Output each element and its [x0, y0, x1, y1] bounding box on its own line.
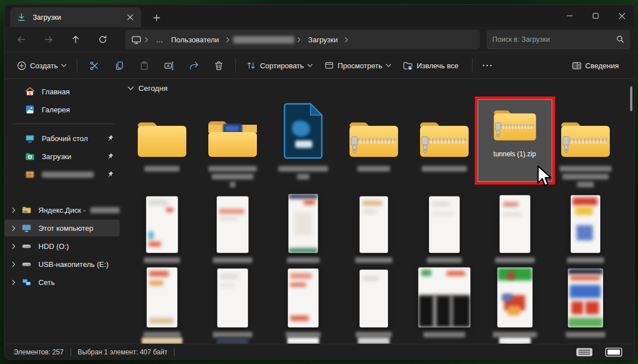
this-pc-icon[interactable]: [131, 34, 142, 45]
file-item[interactable]: [409, 265, 479, 344]
thumbnail-image: [146, 196, 178, 253]
details-view-toggle[interactable]: [573, 347, 596, 358]
chevron-down-icon: [61, 63, 67, 68]
file-item[interactable]: [126, 191, 197, 265]
scrollbar-thumb[interactable]: [630, 86, 632, 111]
breadcrumb-users[interactable]: Пользователи: [167, 33, 223, 46]
file-grid-row: tunnels (1).zip: [126, 99, 620, 190]
file-item-partial[interactable]: [126, 337, 197, 344]
sidebar-item-home[interactable]: Главная: [5, 83, 120, 100]
file-item[interactable]: [550, 99, 620, 190]
empty-cell: [409, 337, 479, 344]
tab-downloads[interactable]: Загрузки: [10, 7, 141, 27]
file-item-partial[interactable]: [268, 337, 338, 344]
close-button[interactable]: [609, 5, 635, 27]
chevron-right-icon[interactable]: [11, 261, 19, 267]
extract-all-button[interactable]: Извлечь все: [397, 55, 467, 76]
file-item[interactable]: [268, 191, 338, 265]
back-button[interactable]: [10, 30, 33, 49]
selected-file-name: tunnels (1).zip: [493, 150, 536, 158]
file-item-partial[interactable]: [338, 337, 409, 344]
file-item[interactable]: [550, 191, 620, 265]
file-name-blurred: [495, 257, 535, 265]
file-item[interactable]: [126, 99, 197, 190]
maximize-button[interactable]: [583, 5, 609, 27]
minimize-button[interactable]: [557, 5, 583, 27]
search-placeholder: Поиск в: Загрузки: [492, 36, 616, 43]
file-item[interactable]: [268, 265, 338, 344]
more-options-button[interactable]: [477, 55, 497, 76]
sidebar-item-yandex-disk[interactable]: Яндекс.Диск -: [5, 201, 120, 218]
forward-button[interactable]: [37, 30, 60, 49]
sidebar-item-hdd[interactable]: HDD (O:): [5, 238, 120, 255]
file-name-blurred: [144, 257, 180, 265]
chevron-right-icon: [223, 37, 233, 43]
file-item-partial[interactable]: [197, 337, 268, 344]
search-input[interactable]: Поиск в: Загрузки: [487, 30, 630, 49]
paste-button[interactable]: [132, 55, 156, 76]
vertical-scrollbar[interactable]: [630, 86, 633, 335]
zip-icon: [417, 117, 472, 161]
chevron-right-icon[interactable]: [11, 225, 19, 231]
home-icon: [25, 86, 35, 97]
sidebar-item-blurred-folder[interactable]: [5, 166, 120, 183]
sort-button[interactable]: Сортировать: [241, 55, 318, 76]
new-tab-button[interactable]: [149, 10, 164, 25]
thumbnail-image: [360, 196, 388, 253]
file-item[interactable]: [338, 191, 409, 265]
share-button[interactable]: [181, 55, 206, 76]
file-item-partial[interactable]: [479, 337, 550, 344]
computer-icon: [21, 223, 32, 233]
file-item[interactable]: [338, 265, 409, 344]
file-item[interactable]: [550, 265, 620, 344]
breadcrumb[interactable]: … Пользователи Загрузки: [125, 30, 480, 49]
selected-file-tunnels-zip[interactable]: tunnels (1).zip: [478, 99, 552, 182]
rename-button[interactable]: A: [156, 55, 181, 76]
yandex-disk-icon: [21, 205, 32, 215]
cut-button[interactable]: [82, 55, 107, 76]
copy-button[interactable]: [107, 55, 132, 76]
file-item[interactable]: [479, 191, 550, 265]
chevron-right-icon[interactable]: [11, 243, 19, 249]
sidebar-item-this-pc[interactable]: Этот компьютер: [5, 220, 120, 236]
up-button[interactable]: [64, 30, 87, 49]
extract-icon: [403, 60, 413, 71]
tab-close-icon[interactable]: [123, 11, 137, 24]
details-pane-button[interactable]: Сведения: [566, 55, 628, 76]
file-item[interactable]: [126, 265, 197, 344]
breadcrumb-downloads[interactable]: Загрузки: [304, 33, 342, 46]
chevron-right-icon[interactable]: [11, 207, 19, 213]
chevron-right-icon[interactable]: [11, 279, 19, 286]
download-tab-icon: [17, 13, 26, 22]
sidebar-item-usb[interactable]: USB-накопитель (E:): [5, 256, 120, 273]
file-name-blurred: [567, 257, 604, 265]
group-header-today[interactable]: Сегодня: [128, 84, 168, 93]
file-item[interactable]: [197, 265, 268, 344]
file-item[interactable]: [197, 191, 268, 265]
file-item[interactable]: tunnels (1).zip: [479, 99, 550, 190]
svg-text:A: A: [167, 63, 169, 68]
chevron-right-icon: [342, 37, 352, 43]
breadcrumb-ellipsis[interactable]: …: [152, 33, 167, 46]
breadcrumb-username-blurred[interactable]: [233, 36, 294, 43]
new-button[interactable]: Создать: [11, 55, 72, 76]
file-item[interactable]: [479, 265, 550, 344]
file-item[interactable]: [197, 99, 268, 190]
search-icon[interactable]: [616, 35, 624, 43]
sidebar-item-desktop[interactable]: Рабочий стол: [5, 130, 120, 147]
file-item[interactable]: [268, 99, 338, 190]
thumbnail-image: [289, 194, 318, 253]
file-item[interactable]: [409, 191, 479, 265]
view-button[interactable]: Просмотреть: [318, 55, 397, 76]
refresh-button[interactable]: [91, 30, 114, 49]
sidebar-item-network[interactable]: Сеть: [5, 274, 120, 291]
archive-folder-icon: [25, 169, 35, 179]
large-icons-view-toggle[interactable]: [602, 347, 626, 358]
file-item[interactable]: [409, 99, 479, 190]
sidebar-item-gallery[interactable]: Галерея: [5, 101, 120, 118]
file-item[interactable]: [338, 99, 409, 190]
drive-icon: [21, 241, 32, 251]
pin-icon: [106, 152, 114, 160]
sidebar-item-downloads[interactable]: Загрузки: [5, 148, 120, 165]
delete-button[interactable]: [206, 55, 231, 76]
